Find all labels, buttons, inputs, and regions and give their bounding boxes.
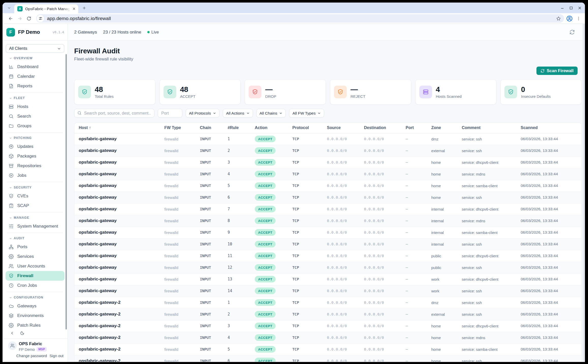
filter-select-value: All FW Types <box>292 111 315 116</box>
cell-comment: service: dhcpv6-client <box>457 156 516 168</box>
column-header-port[interactable]: Port <box>401 123 427 133</box>
maximize-button[interactable] <box>569 6 573 10</box>
browser-menu-icon[interactable] <box>576 16 581 21</box>
column-header-fw-type[interactable]: FW Type <box>160 123 196 133</box>
nav-section-label[interactable]: SECURITY <box>3 184 68 191</box>
nav-section-text: MANAGE <box>14 216 29 219</box>
filter-select-all-actions[interactable]: All Actions <box>223 109 253 118</box>
close-window-button[interactable] <box>578 6 582 10</box>
scan-firewall-button[interactable]: Scan Firewall <box>536 67 578 75</box>
filter-select-all-protocols[interactable]: All Protocols <box>186 109 219 118</box>
column-header-scanned[interactable]: Scanned <box>516 123 581 133</box>
stat-label: REJECT <box>351 94 365 99</box>
accept-badge: ACCEPT <box>255 276 276 282</box>
address-bar[interactable]: app.demo.opsfabric.io/firewall <box>36 14 564 23</box>
sidebar-item-scap[interactable]: SCAP <box>3 201 68 211</box>
column-header-source[interactable]: Source <box>323 123 360 133</box>
sidebar-item-firewall[interactable]: Firewall <box>6 271 65 281</box>
sidebar-item-hosts[interactable]: Hosts <box>3 102 68 112</box>
stat-card-reject: —REJECT <box>330 79 411 105</box>
refresh-icon[interactable] <box>569 29 575 35</box>
sidebar-item-ports[interactable]: Ports <box>3 242 68 252</box>
column-header--rule[interactable]: #Rule <box>223 123 250 133</box>
column-header-destination[interactable]: Destination <box>360 123 401 133</box>
tab-close-icon[interactable] <box>72 7 76 11</box>
change-password-link[interactable]: Change password <box>16 354 47 358</box>
nav-section-label[interactable]: AUDIT <box>3 234 68 242</box>
profile-avatar-icon[interactable] <box>566 15 573 22</box>
nav-section-text: PATCHING <box>14 136 32 140</box>
nav-section-text: CONFIGURATION <box>14 296 43 299</box>
sidebar-item-services[interactable]: Services <box>3 252 68 261</box>
sidebar-item-system-management[interactable]: System Management <box>3 221 68 231</box>
back-button[interactable] <box>8 16 13 21</box>
page-scrollbar[interactable] <box>583 24 585 362</box>
sidebar-item-environments[interactable]: Environments <box>3 311 68 321</box>
sidebar-scrollbar[interactable] <box>66 54 67 329</box>
sidebar-item-search[interactable]: Search <box>3 112 68 121</box>
tab-search-chevron-icon[interactable] <box>6 4 13 11</box>
nav-divider <box>7 212 63 212</box>
cell-protocol: TCP <box>288 133 323 145</box>
sidebar-item-label: Search <box>17 114 31 119</box>
port-input[interactable] <box>158 109 182 118</box>
sidebar-item-cron-jobs[interactable]: Cron Jobs <box>3 281 68 290</box>
collapse-sidebar-icon[interactable] <box>10 331 14 336</box>
cell-chain: INPUT <box>196 203 223 215</box>
cell-fw-type: firewalld <box>160 215 196 227</box>
cell-protocol: TCP <box>288 320 323 332</box>
sidebar-item-updates[interactable]: Updates <box>3 142 68 151</box>
column-header-protocol[interactable]: Protocol <box>288 123 323 133</box>
bookmark-star-icon[interactable] <box>556 16 561 21</box>
chevron-down-icon <box>213 112 216 115</box>
sidebar-item-patch-rules[interactable]: Patch Rules <box>3 321 68 330</box>
archive-icon <box>9 163 14 168</box>
nav-section-label[interactable]: CONFIGURATION <box>3 294 68 301</box>
sidebar-item-groups[interactable]: Groups <box>3 121 68 131</box>
nav-section-label[interactable]: OVERVIEW <box>3 54 68 62</box>
sidebar-item-gateways[interactable]: Gateways <box>3 301 68 311</box>
cell-destination: 0.0.0.0/0 <box>360 343 401 355</box>
column-header-comment[interactable]: Comment <box>457 123 516 133</box>
cell-action: ACCEPT <box>250 332 288 343</box>
column-header-host[interactable]: Host ↑ <box>74 123 160 133</box>
sidebar-item-calendar[interactable]: Calendar <box>3 72 68 81</box>
sidebar-item-repositories[interactable]: Repositories <box>3 161 68 171</box>
sidebar-item-reports[interactable]: Reports <box>3 81 68 91</box>
column-header-action[interactable]: Action <box>250 123 288 133</box>
nav-section-label[interactable]: FLEET <box>3 94 68 102</box>
cell-destination: 0.0.0.0/0 <box>360 192 401 203</box>
sidebar-item-packages[interactable]: Packages <box>3 151 68 161</box>
cell-rule: 8 <box>223 215 250 227</box>
sidebar-item-cves[interactable]: CVEs <box>3 191 68 201</box>
sidebar-item-jobs[interactable]: Jobs <box>3 171 68 180</box>
client-filter-select[interactable]: All Clients <box>6 44 64 53</box>
filter-select-all-fw-types[interactable]: All FW Types <box>289 109 324 118</box>
dark-mode-icon[interactable] <box>20 331 25 336</box>
new-tab-button[interactable] <box>80 4 88 12</box>
site-settings-icon[interactable] <box>37 15 44 22</box>
accept-badge: ACCEPT <box>255 252 276 259</box>
forward-button[interactable] <box>17 16 22 21</box>
accept-badge: ACCEPT <box>255 334 276 341</box>
reload-button[interactable] <box>26 16 31 21</box>
cell-fw-type: firewalld <box>160 343 196 355</box>
cell-comment: service: samba-client <box>457 180 516 192</box>
cell-source: 0.0.0.0/0 <box>323 355 360 362</box>
cell-action: ACCEPT <box>250 215 288 227</box>
browser-tab[interactable]: A OpsFabric - Patch Manag <box>14 4 78 13</box>
search-input[interactable] <box>74 109 154 118</box>
accept-badge: ACCEPT <box>255 136 276 142</box>
minimize-button[interactable] <box>560 6 565 10</box>
cell-port: – <box>401 308 427 320</box>
sidebar-item-dashboard[interactable]: Dashboard <box>3 62 68 72</box>
column-header-chain[interactable]: Chain <box>196 123 223 133</box>
cell-rule: 6 <box>223 192 250 203</box>
nav-section-label[interactable]: MANAGE <box>3 214 68 221</box>
filter-select-all-chains[interactable]: All Chains <box>256 109 286 118</box>
nav-section-label[interactable]: PATCHING <box>3 134 68 142</box>
sign-out-link[interactable]: Sign out <box>50 354 63 358</box>
stat-icon-chip <box>249 86 261 98</box>
sidebar-item-user-accounts[interactable]: User Accounts <box>3 261 68 271</box>
column-header-zone[interactable]: Zone <box>427 123 457 133</box>
